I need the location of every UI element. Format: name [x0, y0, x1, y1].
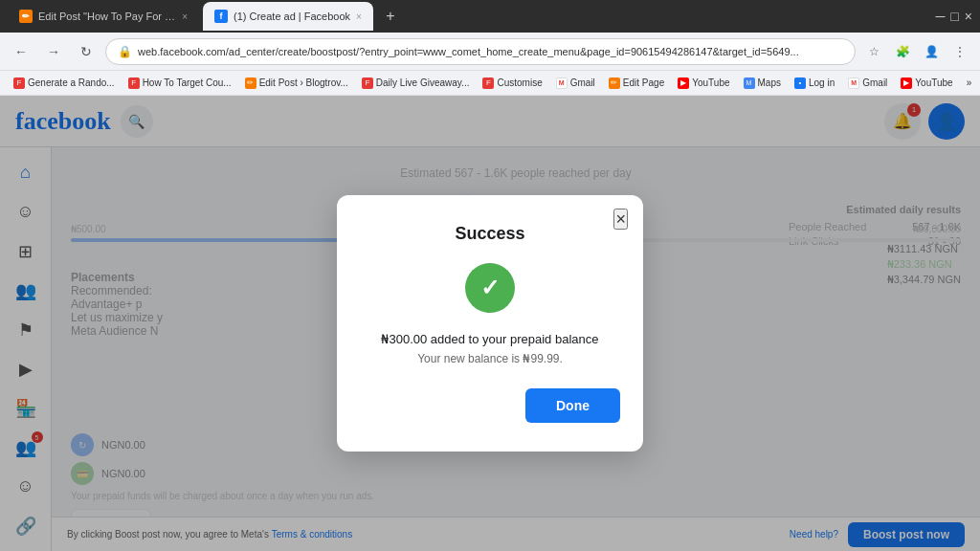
bookmark-youtube-1[interactable]: ▶ YouTube	[672, 76, 735, 91]
modal-overlay: × Success ✓ ₦300.00 added to your prepai…	[0, 96, 980, 551]
bookmark-icon-12: ▶	[901, 77, 912, 89]
title-bar: ✏ Edit Post "How To Pay For Faceb... × f…	[0, 0, 980, 33]
nav-bar: ← → ↻ 🔒 web.facebook.com/ad_center/creat…	[0, 33, 980, 71]
bookmark-gmail-1[interactable]: M Gmail	[550, 76, 601, 91]
bookmark-icon-4: F	[362, 77, 373, 89]
bookmark-icon-10: •	[794, 77, 806, 89]
tab-facebook-ad[interactable]: f (1) Create ad | Facebook ×	[203, 2, 373, 31]
bookmark-label-7: Edit Page	[623, 77, 664, 88]
modal-success-icon: ✓	[465, 263, 515, 313]
tab-favicon-2: f	[214, 10, 228, 23]
modal-submessage: Your new balance is ₦99.99.	[360, 352, 620, 365]
bookmark-icon-11: M	[848, 77, 859, 89]
menu-button[interactable]: ⋮	[947, 39, 972, 64]
address-bar[interactable]: 🔒 web.facebook.com/ad_center/create/boos…	[105, 38, 856, 65]
bookmark-label-4: Daily Live Giveaway...	[376, 77, 470, 88]
profile-button[interactable]: 👤	[919, 39, 944, 64]
modal-close-button[interactable]: ×	[613, 209, 628, 230]
bookmark-giveaway[interactable]: F Daily Live Giveaway...	[356, 76, 476, 91]
bookmark-icon-5: F	[482, 77, 494, 89]
bookmark-icon-1: F	[13, 77, 25, 89]
browser-frame: ✏ Edit Post "How To Pay For Faceb... × f…	[0, 0, 980, 551]
modal-done-button[interactable]: Done	[525, 388, 620, 423]
bookmark-label-11: Gmail	[862, 77, 887, 88]
new-tab-button[interactable]: +	[377, 3, 404, 30]
bookmark-label-8: YouTube	[692, 77, 729, 88]
bookmark-more[interactable]: »	[961, 76, 978, 90]
tab-close-2[interactable]: ×	[356, 11, 362, 22]
bookmark-label-2: How To Target Cou...	[143, 77, 232, 88]
bookmark-youtube-2[interactable]: ▶ YouTube	[895, 76, 958, 91]
success-modal: × Success ✓ ₦300.00 added to your prepai…	[337, 195, 643, 452]
tab-label-2: (1) Create ad | Facebook	[234, 11, 350, 22]
bookmark-label-5: Customise	[497, 77, 542, 88]
bookmark-editpage[interactable]: ✏ Edit Page	[603, 76, 670, 91]
bookmark-maps[interactable]: M Maps	[738, 76, 787, 91]
tab-close-1[interactable]: ×	[182, 11, 188, 22]
bookmark-label-3: Edit Post › Blogtrov...	[259, 77, 348, 88]
bookmark-customise[interactable]: F Customise	[477, 76, 547, 91]
bookmark-label-10: Log in	[809, 77, 835, 88]
modal-footer: Done	[360, 388, 620, 423]
bookmark-label-1: Generate a Rando...	[28, 77, 115, 88]
bookmark-label-6: Gmail	[570, 77, 595, 88]
minimize-button[interactable]: ─	[935, 9, 945, 24]
refresh-button[interactable]: ↻	[73, 38, 100, 65]
bookmark-star[interactable]: ☆	[861, 39, 886, 64]
back-button[interactable]: ←	[8, 38, 34, 65]
bookmark-label-9: Maps	[758, 77, 781, 88]
bookmarks-bar: F Generate a Rando... F How To Target Co…	[0, 71, 980, 96]
restore-button[interactable]: □	[950, 9, 958, 24]
forward-button[interactable]: →	[40, 38, 67, 65]
bookmark-icon-7: ✏	[609, 77, 620, 89]
checkmark-icon: ✓	[480, 275, 500, 301]
bookmark-icon-2: F	[128, 77, 140, 89]
bookmark-gmail-2[interactable]: M Gmail	[842, 76, 893, 91]
tab-label-1: Edit Post "How To Pay For Faceb...	[38, 11, 176, 22]
close-window-button[interactable]: ×	[965, 9, 972, 24]
bookmark-target[interactable]: F How To Target Cou...	[122, 76, 237, 91]
bookmark-editpost[interactable]: ✏ Edit Post › Blogtrov...	[239, 76, 354, 91]
modal-message: ₦300.00 added to your prepaid balance	[360, 332, 620, 346]
bookmark-icon-9: M	[744, 77, 755, 89]
bookmark-more-label: »	[967, 77, 972, 88]
bookmark-icon-3: ✏	[245, 77, 256, 89]
facebook-app: facebook 🔍 🔔 1 👤 ⌂ ☺ ⊞ 👥 ⚑ ▶ 🏪 👥 5	[0, 96, 980, 551]
tab-edit-post[interactable]: ✏ Edit Post "How To Pay For Faceb... ×	[8, 2, 199, 31]
bookmark-icon-6: M	[556, 77, 568, 89]
modal-title: Success	[360, 224, 620, 244]
bookmark-generate[interactable]: F Generate a Rando...	[8, 76, 121, 91]
bookmark-login[interactable]: • Log in	[789, 76, 840, 91]
bookmark-icon-8: ▶	[678, 77, 689, 89]
tab-favicon-1: ✏	[19, 10, 33, 23]
address-text: web.facebook.com/ad_center/create/boostp…	[138, 46, 799, 57]
extensions-button[interactable]: 🧩	[890, 39, 915, 64]
bookmark-label-12: YouTube	[915, 77, 952, 88]
